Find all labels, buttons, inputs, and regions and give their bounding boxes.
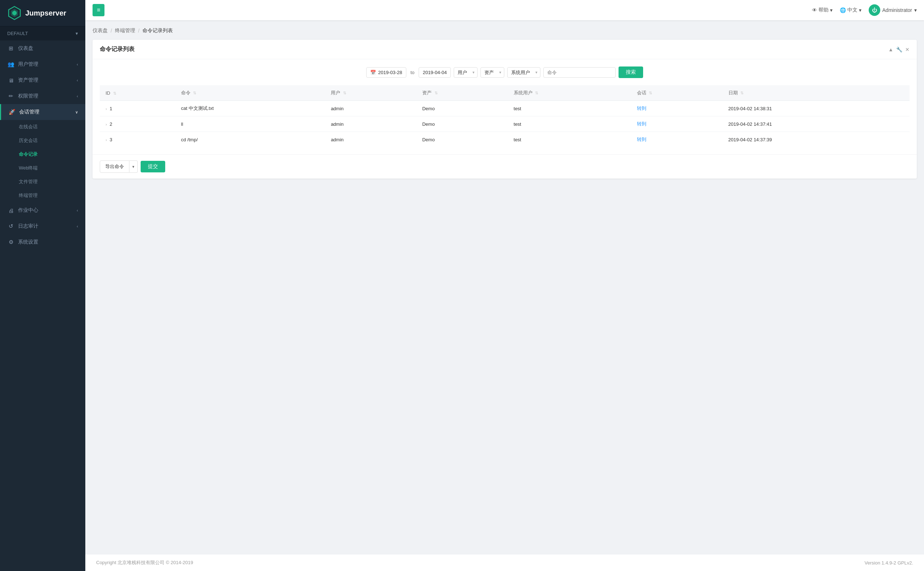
date-to-input[interactable]: 2019-04-04 [419, 67, 451, 78]
sort-icon[interactable]: ⇅ [649, 91, 652, 95]
log-audit-icon: ↺ [7, 223, 14, 230]
submit-button[interactable]: 提交 [141, 161, 165, 172]
breadcrumb-sep-1: / [111, 28, 112, 34]
expand-icon[interactable]: › [105, 106, 107, 111]
perm-mgmt-icon: ✏ [7, 93, 14, 99]
date-from-input[interactable]: 📅 2019-03-28 [366, 67, 406, 78]
row-id-value: 2 [110, 122, 112, 127]
sort-icon[interactable]: ⇅ [535, 91, 538, 95]
sidebar-subitem-history[interactable]: 历史会话 [0, 134, 85, 147]
session-link[interactable]: 转到 [637, 121, 646, 127]
session-link[interactable]: 转到 [637, 137, 646, 142]
copyright-text: Copyright 北京堆栈科技有限公司 © 2014-2019 [96, 559, 193, 566]
col-asset: 资产 ⇅ [416, 85, 508, 101]
cell-session: 转到 [631, 116, 723, 132]
expand-icon[interactable]: › [105, 122, 107, 127]
sidebar-item-user-mgmt[interactable]: 👥 用户管理 ‹ [0, 56, 85, 72]
table-body: › 1 cat 中文测试.txt admin Demo test 转到 [100, 101, 910, 147]
chevron-left-icon: ‹ [77, 78, 78, 82]
sidebar-subitem-online[interactable]: 在线会话 [0, 120, 85, 134]
session-mgmt-icon: 🚀 [8, 109, 15, 115]
col-date-label: 日期 [728, 90, 738, 96]
hamburger-icon: ≡ [97, 7, 100, 13]
cell-user: admin [325, 101, 416, 116]
export-dropdown-arrow[interactable]: ▾ [130, 160, 138, 173]
user-avatar: ⏻ [869, 4, 880, 16]
col-date: 日期 ⇅ [723, 85, 910, 101]
breadcrumb-dashboard[interactable]: 仪表盘 [93, 28, 108, 34]
export-group: 导出命令 ▾ [100, 160, 138, 173]
settings-icon[interactable]: 🔧 [896, 46, 902, 52]
card-footer: 导出命令 ▾ 提交 [93, 154, 917, 179]
sidebar-subitem-label: 终端管理 [19, 193, 38, 198]
cell-command: cd /tmp/ [175, 132, 325, 147]
col-user: 用户 ⇅ [325, 85, 416, 101]
date-from-value: 2019-03-28 [378, 70, 402, 75]
asset-filter-wrapper: 资产 [481, 67, 504, 78]
sidebar-item-asset-mgmt[interactable]: 🖥 资产管理 ‹ [0, 72, 85, 88]
sort-icon[interactable]: ⇅ [343, 91, 346, 95]
asset-filter-select[interactable]: 资产 [481, 67, 504, 78]
sidebar-subitem-file-mgmt[interactable]: 文件管理 [0, 175, 85, 189]
sidebar-item-log-audit[interactable]: ↺ 日志审计 ‹ [0, 218, 85, 234]
cell-session: 转到 [631, 132, 723, 147]
header-left: ≡ [93, 4, 105, 16]
collapse-icon[interactable]: ▲ [888, 46, 893, 52]
sidebar-item-perm-mgmt[interactable]: ✏ 权限管理 ‹ [0, 88, 85, 104]
help-button[interactable]: 👁 帮助 ▾ [812, 7, 833, 13]
help-label: 帮助 [819, 7, 828, 13]
commands-table-wrapper: ID ⇅ 命令 ⇅ 用户 ⇅ [100, 85, 910, 147]
expand-icon[interactable]: › [105, 138, 107, 142]
breadcrumb-terminal-mgmt[interactable]: 终端管理 [115, 28, 135, 34]
sidebar-item-label: 权限管理 [18, 93, 73, 99]
cell-id: › 3 [100, 132, 175, 147]
menu-toggle-button[interactable]: ≡ [93, 4, 105, 16]
sidebar-logo: Jumpserver [0, 0, 85, 26]
session-link[interactable]: 转到 [637, 105, 646, 111]
card-header: 命令记录列表 ▲ 🔧 ✕ [93, 40, 917, 59]
sidebar-item-dashboard[interactable]: ⊞ 仪表盘 [0, 40, 85, 56]
sort-icon[interactable]: ⇅ [113, 91, 116, 96]
lang-button[interactable]: 🌐 中文 ▾ [840, 7, 861, 13]
sort-icon[interactable]: ⇅ [193, 91, 196, 95]
cell-system-user: test [508, 132, 631, 147]
export-button[interactable]: 导出命令 [100, 160, 130, 173]
sort-icon[interactable]: ⇅ [740, 91, 743, 95]
sort-icon[interactable]: ⇅ [434, 91, 438, 95]
asset-mgmt-icon: 🖥 [7, 77, 14, 83]
sidebar-item-job-center[interactable]: 🖨 作业中心 ‹ [0, 202, 85, 218]
col-system-user-label: 系统用户 [514, 90, 533, 96]
sidebar-item-label: 资产管理 [18, 77, 73, 83]
sidebar-item-session-mgmt[interactable]: 🚀 会话管理 ∨ [0, 104, 85, 120]
command-search-input[interactable] [543, 67, 616, 78]
sidebar-item-sys-settings[interactable]: ⚙ 系统设置 [0, 234, 85, 250]
cell-system-user: test [508, 116, 631, 132]
col-id-label: ID [105, 90, 110, 96]
sidebar-item-label: 日志审计 [18, 223, 73, 230]
commands-table: ID ⇅ 命令 ⇅ 用户 ⇅ [100, 85, 910, 147]
sidebar-subitem-commands[interactable]: 命令记录 [0, 147, 85, 161]
sidebar-item-label: 作业中心 [18, 207, 73, 214]
user-filter-select[interactable]: 用户 [454, 67, 477, 78]
content-area: 仪表盘 / 终端管理 / 命令记录列表 命令记录列表 ▲ 🔧 ✕ 📅 [85, 20, 924, 554]
cell-user: admin [325, 116, 416, 132]
user-filter-wrapper: 用户 [454, 67, 477, 78]
power-icon: ⏻ [872, 7, 877, 13]
breadcrumb-sep-2: / [138, 28, 139, 34]
system-user-filter-select[interactable]: 系统用户 [507, 67, 541, 78]
sidebar-item-label: 系统设置 [18, 239, 78, 245]
breadcrumb-current: 命令记录列表 [142, 28, 173, 34]
close-icon[interactable]: ✕ [905, 46, 910, 52]
card-title: 命令记录列表 [100, 46, 134, 53]
sys-settings-icon: ⚙ [7, 239, 14, 245]
command-records-card: 命令记录列表 ▲ 🔧 ✕ 📅 2019-03-28 to 2019-04-04 [93, 40, 917, 179]
org-selector[interactable]: DEFAULT ▾ [0, 26, 85, 40]
user-menu-button[interactable]: ⏻ Administrator ▾ [869, 4, 917, 16]
sidebar-item-label: 会话管理 [19, 109, 71, 115]
row-id-value: 1 [110, 106, 112, 111]
sidebar-subitem-terminal-mgmt[interactable]: 终端管理 [0, 189, 85, 202]
sidebar-subitem-web-terminal[interactable]: Web终端 [0, 161, 85, 175]
search-button[interactable]: 搜索 [618, 66, 643, 78]
cell-date: 2019-04-02 14:38:31 [723, 101, 910, 116]
col-id: ID ⇅ [100, 85, 175, 101]
